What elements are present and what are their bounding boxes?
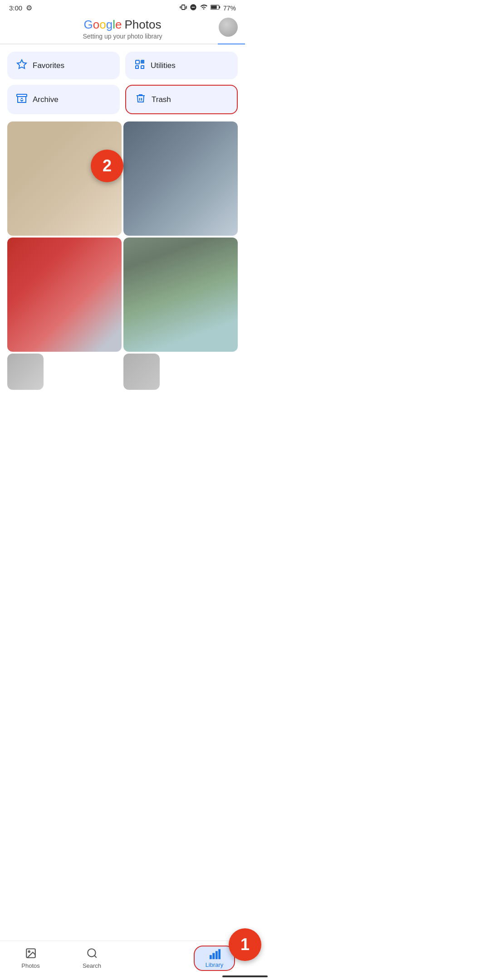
svg-rect-5 (17, 94, 27, 97)
svg-marker-3 (17, 60, 26, 68)
svg-rect-1 (219, 6, 220, 9)
photo-item[interactable] (7, 238, 122, 352)
svg-rect-4 (136, 60, 139, 64)
star-icon (16, 59, 27, 72)
header-divider (0, 44, 245, 44)
trash-button[interactable]: Trash (125, 85, 238, 114)
favorites-label: Favorites (33, 61, 64, 70)
archive-icon (16, 93, 27, 106)
photos-text: Photos (124, 18, 161, 32)
utilities-icon (134, 59, 145, 72)
utilities-label: Utilities (151, 61, 176, 70)
google-g: G (84, 18, 93, 32)
favorites-button[interactable]: Favorites (7, 52, 120, 79)
avatar[interactable] (219, 18, 238, 37)
utilities-button[interactable]: Utilities (125, 52, 238, 79)
photo-item[interactable] (123, 354, 160, 390)
settings-icon: ⚙ (26, 4, 32, 12)
app-title: Google Photos (84, 18, 162, 32)
utility-grid: Favorites Utilities Archive Trash (0, 44, 245, 118)
vibrate-icon (180, 4, 187, 12)
trash-label: Trash (152, 95, 171, 104)
archive-label: Archive (33, 95, 59, 104)
photo-grid (0, 118, 245, 390)
archive-button[interactable]: Archive (7, 85, 120, 114)
header-accent-line (218, 44, 245, 44)
avatar-container[interactable] (219, 18, 238, 37)
photo-item[interactable] (7, 354, 44, 390)
battery-percent: 77% (223, 5, 236, 12)
trash-icon (135, 93, 146, 106)
photo-item[interactable] (123, 121, 238, 236)
status-bar: 3:00 ⚙ 77% (0, 0, 245, 14)
app-header: Google Photos Setting up your photo libr… (0, 14, 245, 44)
battery-icon (211, 4, 220, 12)
photo-item[interactable] (123, 238, 238, 352)
photo-item[interactable] (7, 121, 122, 236)
dnd-icon (190, 4, 197, 12)
wifi-icon (200, 4, 208, 12)
time-display: 3:00 (9, 4, 22, 12)
svg-rect-2 (211, 5, 217, 9)
header-subtitle: Setting up your photo library (83, 33, 162, 40)
